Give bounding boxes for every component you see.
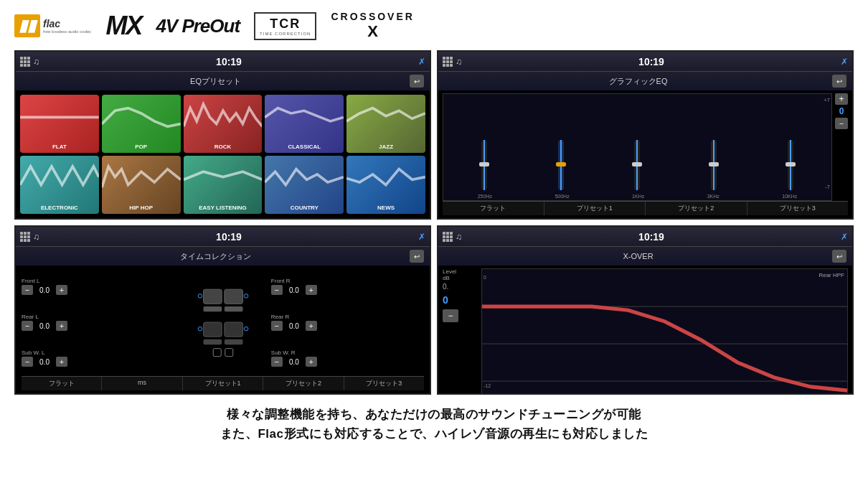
eq-tab-preset1[interactable]: プリセット1 [544,202,646,215]
eq-slider-track-500hz[interactable] [558,140,564,190]
svg-rect-13 [225,349,232,357]
eq-preset-pop[interactable]: POP [102,95,181,153]
tc-tab-preset3[interactable]: プリセット3 [344,377,424,390]
eq-tab-preset3[interactable]: プリセット3 [747,202,849,215]
xover-freq-63: 63 [663,394,668,395]
eq-preset-news[interactable]: NEWS [346,156,425,214]
tcr-sub-text: TIME CORRECTION [260,32,311,36]
pop-wave-icon [102,98,181,137]
tc-tab-ms[interactable]: ms [102,377,182,390]
tc-back-button[interactable]: ↩ [410,250,424,263]
eq-preset-easylistening[interactable]: EASY LISTENING [184,156,263,214]
easylistening-label: EASY LISTENING [199,205,247,211]
tc-rear-l-plus[interactable]: + [56,321,67,331]
tc-header: ♫ 10:19 ✗ [16,227,430,247]
footer-line2: また、Flac形式にも対応することで、ハイレゾ音源の再生にも対応しました [220,426,648,442]
tc-tab-flat[interactable]: フラット [22,377,102,390]
eq-slider-250hz [450,140,519,190]
eq-slider-thumb-10khz[interactable] [786,162,796,166]
xover-freq-80: 80 [697,394,702,395]
eq-preset-rock[interactable]: ROCK [184,95,263,153]
xover-title: X-OVER [444,252,832,261]
eq-slider-thumb-500hz[interactable] [556,162,566,166]
country-label: COUNTRY [291,205,319,211]
svg-rect-7 [224,339,242,344]
freq-10khz-label: 10KHz [782,194,797,199]
xover-rear-hpf-label: Rear HPF [819,272,844,278]
tc-front-r-label: Front R [271,278,424,284]
xover-hz-axis-label: Hz [841,394,846,395]
xover-back-button[interactable]: ↩ [832,250,846,263]
eq-slider-500hz [527,140,595,190]
svg-rect-5 [203,339,222,344]
eq-preset-electronic[interactable]: ELECTRONIC [20,156,99,214]
xover-freq-axis: 20 25 31.5 40 50 63 80 100 125 160 200 [489,394,847,395]
eq-minus-button[interactable]: － [835,118,848,129]
tc-tab-preset2[interactable]: プリセット2 [263,377,344,390]
tc-sub-wl-plus[interactable]: + [56,357,67,367]
country-wave-icon [265,159,344,198]
eq-slider-track-10khz[interactable] [788,140,793,190]
tc-sub-wr-minus[interactable]: − [271,357,283,367]
tc-sub-wr-label: Sub W. R [271,349,424,356]
classical-label: CLASSICAL [288,144,321,150]
svg-rect-6 [224,322,242,337]
eq-slider-thumb-3khz[interactable] [709,162,719,166]
xover-bt-icon: ✗ [841,232,848,242]
tc-tab-preset1[interactable]: プリセット1 [183,377,263,390]
news-wave-icon [346,159,425,198]
tcr-main-text: TCR [270,17,301,32]
xover-freq-50: 50 [629,394,634,395]
geq-bt-icon: ✗ [841,57,848,67]
xover-header: ♫ 10:19 ✗ [438,227,852,247]
graphic-eq-back-button[interactable]: ↩ [832,75,846,88]
eq-slider-thumb-1khz[interactable] [632,162,642,166]
xover-time: 10:19 [638,231,664,243]
xover-freq-25: 25 [523,394,528,395]
freq-3khz-label: 3KHz [707,194,720,199]
tc-content: Front L − 0.0 + Rear L − 0.0 + [16,266,430,393]
tc-rear-r-minus[interactable]: − [271,321,283,331]
eq-slider-track-250hz[interactable] [481,140,487,190]
eq-preset-flat[interactable]: FLAT [20,95,99,153]
tc-front-l-controls: − 0.0 + [22,285,174,295]
eq-slider-1khz [603,140,672,190]
eq-preset-jazz[interactable]: JAZZ [346,95,425,153]
svg-rect-0 [203,289,222,304]
svg-point-9 [244,294,248,299]
xover-minus-btn[interactable]: − [443,309,458,322]
tc-right-channels: Front R − 0.0 + Rear R − 0.0 + [271,268,424,376]
tc-rear-l-minus[interactable]: − [22,321,33,331]
rock-label: ROCK [214,144,232,150]
eq-preset-classical[interactable]: CLASSICAL [265,95,344,153]
eq-slider-track-3khz[interactable] [711,140,717,190]
eq-tab-preset2[interactable]: プリセット2 [646,202,747,215]
tc-front-l-minus[interactable]: − [22,285,33,295]
eq-slider-3khz [679,140,748,190]
pop-label: POP [135,144,147,150]
eq-slider-track-1khz[interactable] [634,140,640,190]
xover-freq-160: 160 [803,394,811,395]
tc-title: タイムコレクション [22,251,410,262]
tc-front-l-plus[interactable]: + [56,285,67,295]
tc-sub-wr-plus[interactable]: + [306,357,317,367]
eq-preset-country[interactable]: COUNTRY [265,156,344,214]
tc-title-bar: タイムコレクション ↩ [16,247,430,266]
xover-curve-svg [482,269,847,395]
eq-preset-hiphop[interactable]: HIP HOP [102,156,181,214]
eq-preset-back-button[interactable]: ↩ [410,75,424,88]
tc-front-r-minus[interactable]: − [271,285,283,295]
eq-preset-time: 10:19 [216,56,242,67]
jazz-label: JAZZ [379,144,393,150]
eq-plus-button[interactable]: + [835,93,848,105]
tc-sub-wl-minus[interactable]: − [22,357,33,367]
graphic-eq-time: 10:19 [638,56,664,67]
tc-rear-r-plus[interactable]: + [306,321,317,331]
tc-front-r-plus[interactable]: + [306,285,317,295]
eq-tab-flat[interactable]: フラット [443,202,544,215]
classical-wave-icon [265,98,344,137]
tc-rear-r-row: Rear R − 0.0 + [271,314,424,331]
car-diagram-svg [194,283,252,362]
eq-slider-thumb-250hz[interactable] [479,162,489,166]
xover-freq-125: 125 [767,394,774,395]
